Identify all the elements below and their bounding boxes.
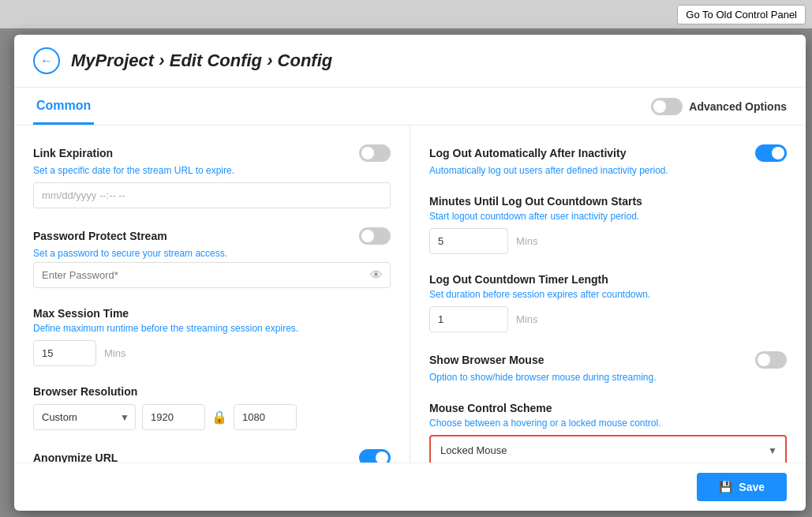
show-browser-mouse-header: Show Browser Mouse: [429, 351, 787, 369]
minutes-logout-label: Minutes Until Log Out Countdown Starts: [429, 195, 787, 208]
show-browser-mouse-desc: Option to show/hide browser mouse during…: [429, 372, 787, 383]
advanced-options-track[interactable]: [651, 98, 683, 115]
save-label: Save: [739, 481, 765, 493]
countdown-timer-desc: Set duration before session expires afte…: [429, 289, 787, 300]
mouse-control-scheme-label: Mouse Control Scheme: [429, 402, 787, 414]
max-session-time-input[interactable]: [33, 340, 96, 366]
link-expiration-track[interactable]: [359, 144, 391, 162]
old-control-panel-button[interactable]: Go To Old Control Panel: [677, 5, 806, 24]
max-session-time-setting: Max Session Time Define maximum runtime …: [33, 307, 391, 366]
logout-inactivity-track[interactable]: [755, 144, 787, 162]
mouse-control-select[interactable]: Locked Mouse Hovering Mouse: [429, 435, 787, 463]
tab-common[interactable]: Common: [33, 88, 94, 125]
max-session-time-label: Max Session Time: [33, 307, 391, 320]
mouse-control-scheme-setting: Mouse Control Scheme Choose between a ho…: [429, 402, 787, 463]
resolution-select-wrapper: Custom 1920x1080 1280x720 ▼: [33, 404, 136, 430]
eye-icon[interactable]: 👁: [370, 268, 383, 283]
minutes-logout-setting: Minutes Until Log Out Countdown Starts S…: [429, 195, 787, 254]
advanced-options-toggle[interactable]: Advanced Options: [651, 98, 787, 115]
save-icon: 💾: [719, 481, 732, 493]
logout-inactivity-desc: Automatically log out users after define…: [429, 165, 787, 176]
countdown-timer-setting: Log Out Countdown Timer Length Set durat…: [429, 273, 787, 332]
minutes-logout-input-row: Mins: [429, 228, 787, 254]
resolution-select[interactable]: Custom 1920x1080 1280x720: [33, 404, 136, 430]
password-protect-toggle[interactable]: [359, 227, 391, 245]
show-browser-mouse-toggle[interactable]: [755, 351, 787, 369]
advanced-options-thumb: [653, 100, 666, 113]
password-protect-header: Password Protect Stream: [33, 227, 391, 245]
lock-icon: 🔒: [211, 410, 227, 425]
countdown-timer-label: Log Out Countdown Timer Length: [429, 273, 787, 286]
browser-resolution-label: Browser Resolution: [33, 385, 391, 398]
modal-header: ← MyProject › Edit Config › Config: [14, 35, 806, 88]
max-session-time-desc: Define maximum runtime before the stream…: [33, 323, 391, 334]
breadcrumb-sep1: ›: [154, 51, 170, 70]
link-expiration-label: Link Expiration: [33, 147, 113, 159]
tabs-row: Common Advanced Options: [14, 88, 806, 126]
password-input[interactable]: [33, 262, 391, 288]
show-browser-mouse-label: Show Browser Mouse: [429, 354, 544, 366]
logout-inactivity-toggle[interactable]: [755, 144, 787, 162]
logout-inactivity-thumb: [772, 147, 784, 159]
show-browser-mouse-thumb: [758, 354, 770, 366]
link-expiration-toggle[interactable]: [359, 144, 391, 162]
resolution-width-input[interactable]: [142, 404, 205, 430]
right-column: Log Out Automatically After Inactivity A…: [410, 126, 806, 463]
modal: ← MyProject › Edit Config › Config Commo…: [14, 35, 806, 511]
minutes-logout-unit: Mins: [516, 235, 537, 247]
anonymize-url-header: Anonymize URL: [33, 449, 391, 463]
logout-inactivity-label: Log Out Automatically After Inactivity: [429, 147, 626, 159]
resolution-height-input[interactable]: [234, 404, 297, 430]
countdown-timer-unit: Mins: [516, 313, 537, 325]
logout-inactivity-setting: Log Out Automatically After Inactivity A…: [429, 144, 787, 176]
max-session-time-unit: Mins: [104, 347, 125, 359]
browser-resolution-setting: Browser Resolution Custom 1920x1080 1280…: [33, 385, 391, 430]
back-button[interactable]: ←: [33, 47, 60, 74]
password-input-wrapper: 👁: [33, 262, 391, 288]
mouse-control-select-wrapper: Locked Mouse Hovering Mouse ▼: [429, 435, 787, 463]
advanced-options-label: Advanced Options: [689, 100, 787, 113]
password-protect-desc: Set a password to secure your stream acc…: [33, 248, 391, 259]
countdown-timer-input[interactable]: [429, 306, 508, 332]
show-browser-mouse-track[interactable]: [755, 351, 787, 369]
password-protect-setting: Password Protect Stream Set a password t…: [33, 227, 391, 288]
anonymize-url-label: Anonymize URL: [33, 451, 118, 463]
top-bar: Go To Old Control Panel: [0, 0, 812, 28]
modal-body: Link Expiration Set a specific date for …: [14, 126, 806, 463]
max-session-time-input-row: Mins: [33, 340, 391, 366]
password-protect-label: Password Protect Stream: [33, 230, 167, 242]
link-expiration-input[interactable]: [33, 182, 391, 208]
breadcrumb-sep2: ›: [262, 51, 278, 70]
link-expiration-header: Link Expiration: [33, 144, 391, 162]
anonymize-url-thumb: [376, 451, 388, 463]
anonymize-url-track[interactable]: [359, 449, 391, 463]
link-expiration-setting: Link Expiration Set a specific date for …: [33, 144, 391, 208]
breadcrumb: MyProject › Edit Config › Config: [71, 51, 332, 71]
link-expiration-thumb: [361, 147, 374, 159]
anonymize-url-toggle[interactable]: [359, 449, 391, 463]
breadcrumb-edit-config: Edit Config: [170, 51, 262, 70]
modal-footer: 💾 Save: [14, 463, 806, 511]
countdown-timer-input-row: Mins: [429, 306, 787, 332]
advanced-options-switch[interactable]: [651, 98, 683, 115]
minutes-logout-desc: Start logout countdown after user inacti…: [429, 211, 787, 222]
logout-inactivity-header: Log Out Automatically After Inactivity: [429, 144, 787, 162]
anonymize-url-setting: Anonymize URL Replace URL structure with…: [33, 449, 391, 463]
link-expiration-desc: Set a specific date for the stream URL t…: [33, 165, 391, 176]
browser-resolution-row: Custom 1920x1080 1280x720 ▼ 🔒: [33, 404, 391, 430]
password-protect-track[interactable]: [359, 227, 391, 245]
breadcrumb-project: MyProject: [71, 51, 154, 70]
password-protect-thumb: [361, 230, 374, 242]
save-button[interactable]: 💾 Save: [697, 473, 787, 501]
left-column: Link Expiration Set a specific date for …: [14, 126, 410, 463]
mouse-control-scheme-desc: Choose between a hovering or a locked mo…: [429, 418, 787, 429]
show-browser-mouse-setting: Show Browser Mouse Option to show/hide b…: [429, 351, 787, 383]
minutes-logout-input[interactable]: [429, 228, 508, 254]
breadcrumb-config: Config: [278, 51, 333, 70]
